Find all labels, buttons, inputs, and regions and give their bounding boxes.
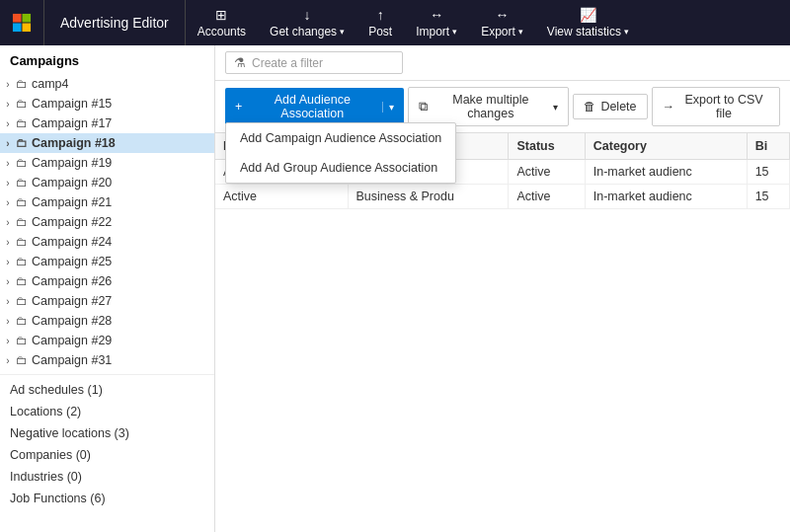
sidebar-item-campaign-28[interactable]: › 🗀 Campaign #28 bbox=[0, 311, 214, 331]
folder-icon: 🗀 bbox=[16, 136, 28, 150]
make-multiple-label: Make multiple changes bbox=[432, 93, 549, 120]
companies-item[interactable]: Companies (0) bbox=[0, 444, 214, 466]
table-row[interactable]: Active Business & Produ Active In-market… bbox=[215, 185, 790, 209]
sidebar-item-campaign-26[interactable]: › 🗀 Campaign #26 bbox=[0, 271, 214, 291]
job-functions-item[interactable]: Job Functions (6) bbox=[0, 488, 214, 509]
expand-arrow: › bbox=[0, 178, 16, 189]
copy-icon: ⧉ bbox=[419, 100, 428, 114]
nav-get-changes[interactable]: ↓ Get changes ▾ bbox=[258, 0, 356, 45]
sidebar-item-campaign-15[interactable]: › 🗀 Campaign #15 bbox=[0, 94, 214, 114]
add-audience-btn[interactable]: + Add Audience Association ▾ bbox=[225, 88, 404, 125]
sidebar-item-label: Campaign #28 bbox=[32, 314, 112, 328]
sidebar-item-label: Campaign #18 bbox=[32, 136, 116, 150]
view-statistics-chevron: ▾ bbox=[624, 27, 629, 37]
accounts-label: Accounts bbox=[198, 25, 246, 38]
campaigns-title: Campaigns bbox=[0, 45, 214, 74]
view-statistics-icon: 📈 bbox=[580, 7, 596, 23]
expand-arrow: › bbox=[0, 355, 16, 366]
expand-arrow: › bbox=[0, 276, 16, 287]
sidebar-item-label: Campaign #17 bbox=[32, 116, 112, 130]
add-adgroup-audience-item[interactable]: Add Ad Group Audience Association bbox=[226, 153, 455, 183]
sidebar-item-campaign-27[interactable]: › 🗀 Campaign #27 bbox=[0, 291, 214, 311]
export-csv-btn[interactable]: → Export to CSV file bbox=[652, 87, 780, 126]
industries-item[interactable]: Industries (0) bbox=[0, 466, 214, 488]
trash-icon: 🗑 bbox=[584, 100, 596, 114]
sidebar-item-campaign-22[interactable]: › 🗀 Campaign #22 bbox=[0, 212, 214, 232]
expand-arrow: › bbox=[0, 118, 16, 129]
sidebar-item-label: Campaign #25 bbox=[32, 255, 112, 268]
sidebar-item-campaign-24[interactable]: › 🗀 Campaign #24 bbox=[0, 232, 214, 252]
import-label: Import ▾ bbox=[416, 25, 457, 38]
expand-arrow: › bbox=[0, 79, 16, 90]
cell-bi: 15 bbox=[747, 160, 789, 185]
folder-icon: 🗀 bbox=[16, 235, 28, 249]
sidebar-item-label: Campaign #31 bbox=[32, 353, 112, 367]
nav-post[interactable]: ↑ Post bbox=[356, 0, 404, 45]
expand-arrow: › bbox=[0, 197, 16, 208]
expand-arrow: › bbox=[0, 257, 16, 267]
folder-icon: 🗀 bbox=[16, 353, 28, 367]
nav-view-statistics[interactable]: 📈 View statistics ▾ bbox=[535, 0, 641, 45]
filter-input-container[interactable]: ⚗ Create a filter bbox=[225, 51, 403, 74]
sidebar-item-campaign-19[interactable]: › 🗀 Campaign #19 bbox=[0, 153, 214, 173]
sidebar-item-campaign-29[interactable]: › 🗀 Campaign #29 bbox=[0, 331, 214, 350]
locations-item[interactable]: Locations (2) bbox=[0, 401, 214, 422]
svg-rect-3 bbox=[22, 23, 31, 32]
export-icon: ↔ bbox=[496, 7, 510, 23]
add-audience-dropdown: Add Campaign Audience Association Add Ad… bbox=[225, 122, 456, 184]
sidebar: Campaigns › 🗀 camp4 › 🗀 Campaign #15 › 🗀… bbox=[0, 45, 215, 532]
post-label: Post bbox=[368, 25, 392, 38]
sidebar-item-camp4[interactable]: › 🗀 camp4 bbox=[0, 74, 214, 94]
col-bi[interactable]: Bi bbox=[747, 133, 789, 160]
folder-icon: 🗀 bbox=[16, 176, 28, 190]
nav-accounts[interactable]: ⊞ Accounts bbox=[186, 0, 258, 45]
table-container: Parent status Audience Status Category B… bbox=[215, 133, 790, 532]
nav-import[interactable]: ↔ Import ▾ bbox=[404, 0, 469, 45]
svg-rect-0 bbox=[13, 14, 22, 23]
svg-rect-1 bbox=[22, 14, 31, 23]
expand-arrow: › bbox=[0, 99, 16, 110]
cell-bi: 15 bbox=[747, 185, 789, 209]
export-csv-icon: → bbox=[663, 100, 675, 114]
col-category[interactable]: Category bbox=[585, 133, 747, 160]
folder-icon: 🗀 bbox=[16, 314, 28, 328]
col-status[interactable]: Status bbox=[509, 133, 585, 160]
view-statistics-label: View statistics ▾ bbox=[547, 25, 629, 38]
cell-category: In-market audienc bbox=[585, 160, 747, 185]
sidebar-item-campaign-18[interactable]: › 🗀 Campaign #18 bbox=[0, 133, 214, 153]
negative-locations-item[interactable]: Negative locations (3) bbox=[0, 422, 214, 444]
ad-schedules-item[interactable]: Ad schedules (1) bbox=[0, 379, 214, 401]
folder-icon: 🗀 bbox=[16, 116, 28, 130]
ms-logo[interactable] bbox=[0, 0, 44, 45]
sidebar-item-campaign-17[interactable]: › 🗀 Campaign #17 bbox=[0, 114, 214, 133]
filter-bar: ⚗ Create a filter bbox=[215, 45, 790, 81]
main-layout: Campaigns › 🗀 camp4 › 🗀 Campaign #15 › 🗀… bbox=[0, 45, 790, 532]
sidebar-item-label: Campaign #24 bbox=[32, 235, 112, 249]
get-changes-chevron: ▾ bbox=[340, 27, 345, 37]
delete-label: Delete bbox=[600, 100, 636, 114]
expand-arrow: › bbox=[0, 336, 16, 346]
export-chevron: ▾ bbox=[518, 27, 523, 37]
export-label: Export ▾ bbox=[481, 25, 523, 38]
top-nav: Advertising Editor ⊞ Accounts ↓ Get chan… bbox=[0, 0, 790, 45]
cell-status: Active bbox=[509, 160, 585, 185]
plus-icon: + bbox=[235, 100, 242, 114]
sidebar-item-label: Campaign #29 bbox=[32, 334, 112, 347]
sidebar-item-campaign-20[interactable]: › 🗀 Campaign #20 bbox=[0, 173, 214, 192]
add-campaign-audience-item[interactable]: Add Campaign Audience Association bbox=[226, 123, 455, 153]
sidebar-item-campaign-31[interactable]: › 🗀 Campaign #31 bbox=[0, 350, 214, 370]
nav-export[interactable]: ↔ Export ▾ bbox=[469, 0, 535, 45]
delete-btn[interactable]: 🗑 Delete bbox=[573, 94, 647, 119]
import-chevron: ▾ bbox=[452, 27, 457, 37]
folder-icon: 🗀 bbox=[16, 195, 28, 209]
make-multiple-btn[interactable]: ⧉ Make multiple changes ▾ bbox=[408, 87, 569, 126]
sidebar-item-label: Campaign #27 bbox=[32, 294, 112, 308]
folder-icon: 🗀 bbox=[16, 334, 28, 347]
sidebar-item-campaign-25[interactable]: › 🗀 Campaign #25 bbox=[0, 252, 214, 271]
sidebar-item-campaign-21[interactable]: › 🗀 Campaign #21 bbox=[0, 192, 214, 212]
folder-icon: 🗀 bbox=[16, 156, 28, 170]
sidebar-items-container: › 🗀 camp4 › 🗀 Campaign #15 › 🗀 Campaign … bbox=[0, 74, 214, 370]
filter-placeholder: Create a filter bbox=[252, 56, 323, 70]
add-audience-label: Add Audience Association bbox=[246, 93, 378, 120]
folder-icon: 🗀 bbox=[16, 215, 28, 229]
